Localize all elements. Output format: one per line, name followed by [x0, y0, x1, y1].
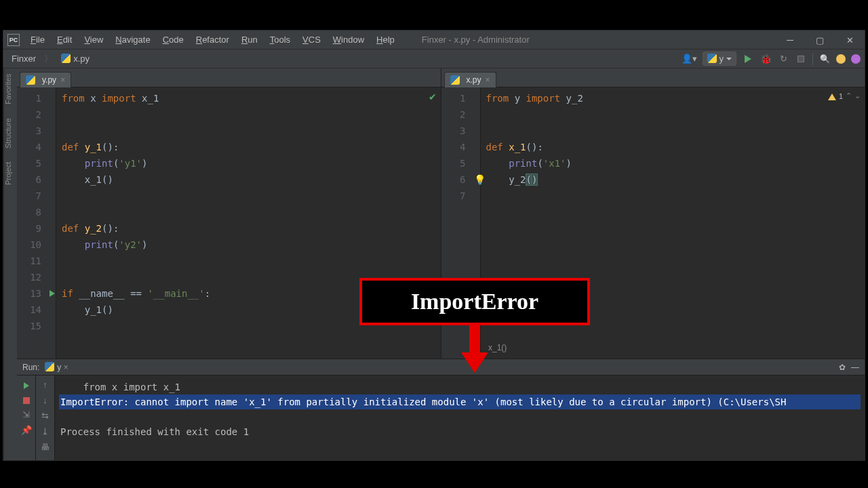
print-button[interactable]: 🖶 [41, 442, 50, 452]
menu-vcs[interactable]: VCS [297, 32, 326, 47]
chevron-right-icon: 〉 [44, 53, 53, 65]
tab-y-py[interactable]: y.py × [20, 72, 71, 87]
close-tab-icon[interactable]: × [486, 75, 490, 85]
run-coverage-button[interactable]: ↻ [777, 53, 789, 65]
stop-button[interactable] [795, 53, 807, 65]
navigation-bar: Finxer 〉 x.py 👤▾ y 🐞 ↻ [3, 49, 865, 68]
menu-edit[interactable]: Edit [52, 32, 77, 47]
ide-update-icon[interactable] [836, 54, 846, 64]
inspection-warning-badge[interactable]: 1 ⌃ ⌄ [828, 92, 861, 100]
hide-tool-window-button[interactable]: — [851, 363, 859, 372]
tab-label: x.py [467, 75, 481, 85]
run-tool-header: Run: y × ✿ — [17, 359, 865, 375]
console-output[interactable]: from x import x_1ImportError: cannot imp… [55, 375, 865, 460]
run-tool-window: Run: y × ✿ — ⇲ 📌 ↑ ↓ [17, 359, 865, 460]
maximize-button[interactable]: ▢ [805, 30, 835, 49]
soft-wrap-button[interactable]: ⇆ [41, 411, 49, 421]
menu-code[interactable]: Code [157, 32, 189, 47]
tab-row-right: x.py × [441, 68, 865, 87]
menu-tools[interactable]: Tools [264, 32, 296, 47]
menu-window[interactable]: Window [328, 32, 370, 47]
menu-bar: PC FileEditViewNavigateCodeRefactorRunTo… [3, 30, 865, 49]
run-tool-config[interactable]: y × [45, 362, 68, 372]
breadcrumb-project[interactable]: Finxer [7, 52, 40, 65]
left-tool-strip: Project Structure Favorites [3, 68, 17, 460]
python-icon [707, 54, 717, 63]
project-tool-button[interactable]: Project [4, 162, 17, 185]
run-gutter-icon[interactable] [50, 290, 55, 297]
exit-button[interactable]: ⇲ [22, 409, 30, 420]
close-button[interactable]: ✕ [835, 30, 865, 49]
minimize-button[interactable] [775, 30, 805, 49]
up-button[interactable]: ↑ [43, 380, 47, 390]
rerun-button[interactable] [20, 380, 33, 392]
run-button[interactable] [742, 53, 754, 65]
inspection-ok-icon: ✔ [429, 92, 437, 102]
python-file-icon [450, 75, 460, 85]
settings-icon[interactable]: ✿ [839, 363, 846, 372]
run-tool-side-secondary: ↑ ↓ ⇆ ⤓ 🖶 [36, 375, 55, 460]
annotation-arrow-icon [461, 325, 488, 373]
down-button[interactable]: ↓ [43, 395, 47, 405]
run-config-selector[interactable]: y [703, 52, 737, 66]
fold-gutter [47, 87, 56, 359]
line-numbers: 123456789101112131415 [17, 87, 47, 359]
run-tool-title: Run: [22, 363, 39, 372]
tab-x-py[interactable]: x.py × [444, 72, 496, 87]
search-button[interactable] [818, 53, 831, 65]
debug-button[interactable]: 🐞 [760, 53, 772, 65]
tab-row-left: y.py × [17, 68, 441, 87]
tab-label: y.py [42, 75, 56, 85]
menu-file[interactable]: File [25, 32, 50, 47]
window-title: Finxer - x.py - Administrator [422, 35, 530, 45]
menu-run[interactable]: Run [236, 32, 263, 47]
annotation-label: ImportError [359, 278, 590, 325]
main-area: Project Structure Favorites y.py × 12 [3, 68, 865, 460]
user-icon[interactable]: 👤▾ [682, 54, 697, 64]
intention-bulb-icon[interactable]: 💡 [474, 171, 486, 188]
favorites-tool-button[interactable]: Favorites [4, 74, 17, 104]
close-tab-icon[interactable]: × [60, 75, 65, 85]
scroll-to-end-button[interactable]: ⤓ [41, 426, 49, 436]
menu-navigate[interactable]: Navigate [110, 32, 155, 47]
menu-refactor[interactable]: Refactor [191, 32, 235, 47]
menu-view[interactable]: View [79, 32, 108, 47]
pin-button[interactable]: 📌 [21, 425, 32, 435]
stop-run-button[interactable] [23, 397, 30, 404]
menu-help[interactable]: Help [371, 32, 400, 47]
ide-window: PC FileEditViewNavigateCodeRefactorRunTo… [3, 30, 865, 461]
ide-status-icon[interactable] [851, 54, 861, 64]
python-icon [45, 362, 54, 371]
python-file-icon [26, 75, 35, 85]
window-controls: ▢ ✕ [775, 30, 865, 49]
editor-breadcrumb[interactable]: x_1() [488, 343, 507, 352]
warning-triangle-icon [828, 89, 836, 100]
structure-tool-button[interactable]: Structure [4, 118, 17, 148]
pycharm-logo-icon: PC [7, 34, 20, 46]
breadcrumb-file[interactable]: x.py [57, 52, 94, 65]
python-file-icon [61, 54, 71, 63]
run-tool-side-primary: ⇲ 📌 [17, 375, 36, 460]
